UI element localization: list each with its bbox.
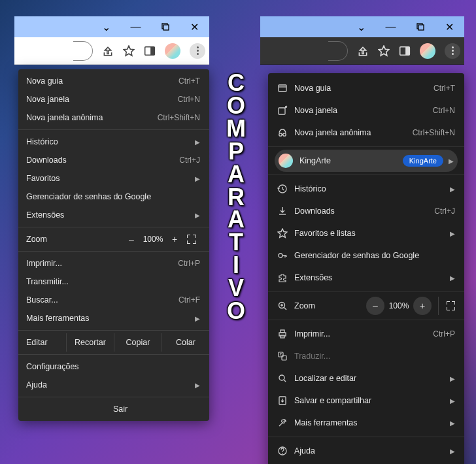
maximize-button[interactable]: [150, 16, 180, 37]
tab-dropdown-button[interactable]: ⌄: [92, 16, 121, 37]
minimize-button[interactable]: —: [376, 16, 405, 37]
share-icon[interactable]: [357, 45, 369, 57]
zoom-value: 100%: [140, 235, 166, 244]
window-left: ⌄ — ✕: [14, 16, 209, 65]
chrome-menu-left: Nova guiaCtrl+T Nova janelaCtrl+N Nova j…: [18, 69, 209, 421]
menu-item-save-share[interactable]: Salvar e compartilhar▶: [268, 389, 464, 412]
menu-item-settings[interactable]: Configurações: [18, 357, 209, 376]
avatar-icon: [279, 154, 293, 168]
menu-item-downloads[interactable]: DownloadsCtrl+J: [18, 151, 209, 169]
menu-item-exit[interactable]: Sair: [18, 400, 209, 418]
comparison-label: COMPARATIVO: [226, 72, 246, 323]
translate-icon: [277, 351, 294, 361]
menu-item-passwords[interactable]: Gerenciador de senhas do Google: [18, 188, 209, 206]
print-icon: [277, 329, 294, 339]
new-window-icon: [277, 105, 294, 116]
menu-item-translate: Traduzir...: [268, 345, 464, 367]
svg-rect-21: [163, 25, 169, 30]
kebab-menu-button[interactable]: [190, 43, 205, 59]
zoom-out-button[interactable]: –: [123, 232, 140, 246]
menu-item-new-window[interactable]: Nova janelaCtrl+N: [18, 90, 209, 108]
svg-rect-23: [418, 25, 424, 30]
menu-item-find[interactable]: Buscar...Ctrl+F: [18, 291, 209, 309]
menu-item-incognito[interactable]: Nova janela anônimaCtrl+Shift+N: [18, 108, 209, 127]
fullscreen-button[interactable]: [438, 297, 455, 315]
menu-item-find-edit[interactable]: Localizar e editar▶: [268, 367, 464, 389]
close-button[interactable]: ✕: [435, 16, 464, 37]
menu-item-bookmarks[interactable]: Favoritos e listas▶: [268, 222, 464, 244]
bookmark-star-icon[interactable]: [123, 45, 135, 57]
edit-label: Editar: [18, 333, 67, 352]
paste-button[interactable]: Colar: [162, 333, 209, 352]
menu-item-zoom: Zoom – 100% +: [268, 295, 464, 317]
toolbar-right: [260, 37, 464, 65]
menu-item-passwords[interactable]: Gerenciador de senhas do Google: [268, 244, 464, 267]
menu-item-cast[interactable]: Transmitir...: [18, 273, 209, 291]
key-icon: [277, 250, 294, 261]
menu-item-help[interactable]: Ajuda▶: [268, 440, 464, 462]
menu-item-profile[interactable]: KingArte KingArte ▶: [275, 150, 458, 172]
window-right: ⌄ — ✕: [260, 16, 464, 65]
menu-item-extensions[interactable]: Extensões▶: [18, 206, 209, 224]
menu-item-extensions[interactable]: Extensões▶: [268, 267, 464, 289]
zoom-in-button[interactable]: +: [413, 297, 432, 315]
menu-item-print[interactable]: Imprimir...Ctrl+P: [268, 323, 464, 345]
menu-item-more-tools[interactable]: Mais ferramentas▶: [18, 309, 209, 327]
titlebar-right: ⌄ — ✕: [260, 16, 464, 37]
tab-dropdown-button[interactable]: ⌄: [347, 16, 376, 37]
avatar[interactable]: [420, 43, 435, 59]
side-panel-icon[interactable]: [399, 45, 411, 57]
tools-icon: [277, 418, 294, 428]
copy-button[interactable]: Copiar: [114, 333, 162, 352]
profile-badge: KingArte: [403, 155, 443, 167]
menu-item-bookmarks[interactable]: Favoritos▶: [18, 169, 209, 188]
bookmark-star-icon[interactable]: [378, 45, 390, 57]
kebab-menu-button[interactable]: [445, 43, 460, 59]
close-button[interactable]: ✕: [180, 16, 209, 37]
menu-item-zoom: Zoom – 100% +: [18, 230, 209, 248]
side-panel-icon[interactable]: [144, 45, 156, 57]
menu-item-edit: Editar Recortar Copiar Colar: [18, 333, 209, 352]
omnibox[interactable]: [328, 41, 348, 61]
incognito-icon: [277, 127, 294, 138]
fullscreen-button[interactable]: [183, 232, 200, 246]
star-icon: [277, 228, 294, 239]
help-icon: [277, 446, 294, 456]
extension-icon: [277, 273, 294, 283]
menu-item-downloads[interactable]: DownloadsCtrl+J: [268, 200, 464, 222]
zoom-in-button[interactable]: +: [166, 232, 183, 246]
cut-button[interactable]: Recortar: [67, 333, 114, 352]
menu-item-history[interactable]: Histórico▶: [18, 133, 209, 151]
tab-icon: [277, 83, 294, 93]
titlebar-left: ⌄ — ✕: [14, 16, 209, 37]
menu-item-incognito[interactable]: Nova janela anônimaCtrl+Shift+N: [268, 122, 464, 144]
maximize-button[interactable]: [405, 16, 435, 37]
zoom-out-button[interactable]: –: [366, 297, 384, 315]
search-icon: [277, 373, 294, 384]
save-icon: [277, 395, 294, 406]
chrome-menu-right: Nova guiaCtrl+T Nova janelaCtrl+N Nova j…: [268, 73, 464, 464]
minimize-button[interactable]: —: [121, 16, 150, 37]
menu-item-new-tab[interactable]: Nova guiaCtrl+T: [268, 77, 464, 99]
omnibox[interactable]: [73, 41, 93, 61]
toolbar-left: [14, 37, 209, 65]
share-icon[interactable]: [102, 45, 114, 57]
menu-item-more-tools[interactable]: Mais ferramentas▶: [268, 412, 464, 434]
menu-item-help[interactable]: Ajuda▶: [18, 376, 209, 394]
profile-name: KingArte: [299, 156, 398, 165]
download-icon: [277, 206, 294, 216]
avatar[interactable]: [165, 43, 180, 59]
history-icon: [277, 184, 294, 194]
zoom-icon: [277, 301, 294, 311]
menu-item-history[interactable]: Histórico▶: [268, 178, 464, 200]
menu-item-new-window[interactable]: Nova janelaCtrl+N: [268, 99, 464, 122]
zoom-value: 100%: [386, 301, 412, 310]
menu-item-print[interactable]: Imprimir...Ctrl+P: [18, 254, 209, 273]
menu-item-new-tab[interactable]: Nova guiaCtrl+T: [18, 72, 209, 90]
